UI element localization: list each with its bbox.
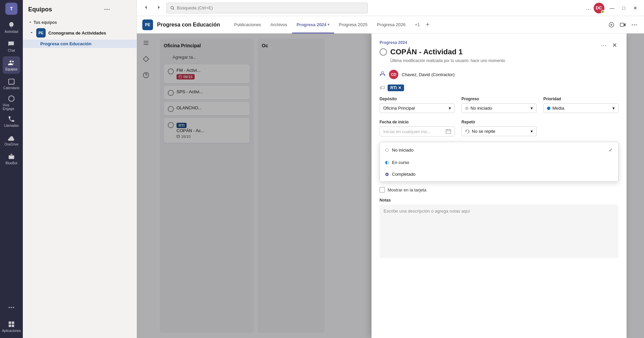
repetir-inner: No se repite xyxy=(465,129,495,134)
user-avatar[interactable]: DC xyxy=(594,3,604,13)
task-notes-section: Notas Escribe una descripción o agrega n… xyxy=(371,198,627,264)
video-button[interactable] xyxy=(618,20,627,29)
team-avatar-cronograma: PE xyxy=(36,28,46,38)
task-detail-title: COPÁN - Actividad 1 xyxy=(390,48,463,56)
close-button[interactable]: ✕ xyxy=(631,4,640,12)
channel-item-progresa[interactable]: Progresa con Educación xyxy=(23,40,137,48)
svg-point-9 xyxy=(11,307,12,308)
svg-rect-5 xyxy=(9,155,14,159)
repetir-value: No se repite xyxy=(472,129,495,134)
no-iniciado-dot xyxy=(385,149,389,152)
task-detail-close-button[interactable]: ✕ xyxy=(611,40,618,50)
top-bar: ... DC — □ ✕ xyxy=(137,0,644,16)
add-tab-button[interactable]: + xyxy=(425,20,431,30)
progreso-value: No iniciado xyxy=(470,106,492,111)
team-name-cronograma: Cronograma de Actividades xyxy=(48,31,106,36)
svg-point-23 xyxy=(636,24,637,25)
sidebar-label-bluebot: BlueBot xyxy=(5,161,17,165)
sidebar-item-actividad[interactable]: Actividad xyxy=(3,19,20,36)
prioridad-select-inner: Media xyxy=(547,106,564,111)
tab-progresa2025[interactable]: Progresa 2025 xyxy=(334,16,372,34)
sidebar-item-chat[interactable]: Chat xyxy=(3,38,20,55)
svg-point-2 xyxy=(10,61,12,63)
fecha-placeholder: Iniciar en cualquier mo... xyxy=(383,129,431,134)
sidebar-item-onedrive[interactable]: OneDrive xyxy=(3,131,20,149)
sidebar-item-bluebot[interactable]: BlueBot xyxy=(3,150,20,168)
dropdown-item-no-iniciado[interactable]: No iniciado ✓ xyxy=(380,144,618,157)
left-panel: Equipos Tus equipos PE Cronograma de Act… xyxy=(23,0,137,338)
channel-more-button[interactable] xyxy=(630,20,639,29)
dropdown-item-en-curso[interactable]: En curso xyxy=(380,157,618,168)
search-bar[interactable] xyxy=(166,3,368,13)
left-panel-title: Equipos xyxy=(28,6,52,13)
sidebar-item-apps[interactable]: Aplicaciones xyxy=(3,318,20,335)
tab-plus1[interactable]: +1 xyxy=(410,16,425,34)
settings-dots[interactable]: ... xyxy=(586,4,591,11)
progreso-select[interactable]: No iniciado ▾ xyxy=(461,103,537,113)
minimize-button[interactable]: — xyxy=(607,4,617,12)
no-iniciado-label: No iniciado xyxy=(392,148,413,153)
tus-equipos-label[interactable]: Tus equipos xyxy=(23,19,137,26)
task-status-circle[interactable] xyxy=(380,48,387,56)
fecha-input[interactable]: Iniciar en cualquier mo... xyxy=(380,126,455,136)
teams-filter-button[interactable] xyxy=(113,5,121,13)
completado-label: Completado xyxy=(392,172,415,177)
nav-back-button[interactable] xyxy=(141,3,151,13)
deposito-label: Depósito xyxy=(380,97,455,101)
top-bar-right: ... DC — □ ✕ xyxy=(586,3,640,13)
fecha-label: Fecha de inicio xyxy=(380,120,455,124)
maximize-button[interactable]: □ xyxy=(620,4,628,12)
repetir-field: Repetir No se repite ▾ xyxy=(461,120,537,136)
main-content: ... DC — □ ✕ PE Progresa con Educación P… xyxy=(137,0,644,338)
team-item-cronograma[interactable]: PE Cronograma de Actividades xyxy=(23,26,137,40)
task-title-row: COPÁN - Actividad 1 xyxy=(380,48,505,56)
tag-remove-button[interactable]: ✕ xyxy=(398,86,401,90)
left-panel-actions xyxy=(103,5,131,13)
search-input[interactable] xyxy=(177,5,364,10)
notes-area[interactable]: Escribe una descripción o agrega notas a… xyxy=(380,205,618,258)
app-logo[interactable]: T xyxy=(5,3,17,15)
channel-tabs: Publicaciones Archivos Progresa 2024 ▾ P… xyxy=(230,16,431,34)
sidebar-item-llamadas[interactable]: Llamadas xyxy=(3,113,20,130)
sidebar-item-more[interactable] xyxy=(3,299,20,317)
tab-progresa2026[interactable]: Progresa 2026 xyxy=(372,16,410,34)
show-card-label: Mostrar en la tarjeta xyxy=(388,187,427,192)
meet-button[interactable] xyxy=(607,20,616,29)
tag-pill[interactable]: RTI ✕ xyxy=(388,84,404,91)
nav-forward-button[interactable] xyxy=(154,3,164,13)
progreso-field: Progreso No iniciado ▾ xyxy=(461,97,537,113)
teams-more-button[interactable] xyxy=(103,5,111,13)
prioridad-value: Media xyxy=(552,106,564,111)
prioridad-chevron-icon: ▾ xyxy=(612,106,615,111)
tab-publicaciones[interactable]: Publicaciones xyxy=(230,16,266,34)
sidebar-item-calendario[interactable]: Calendario xyxy=(3,75,20,93)
dropdown-item-completado[interactable]: Completado xyxy=(380,168,618,180)
sidebar-item-equipos[interactable]: Equipos xyxy=(3,56,20,74)
channel-header: PE Progresa con Educación Publicaciones … xyxy=(137,16,644,34)
task-assignee-row: CD Chavez, David (Contractor) xyxy=(371,64,627,84)
task-detail-close-row: ⋯ ✕ xyxy=(599,40,618,50)
sidebar-label-viva: Viva Engage xyxy=(3,103,20,111)
tab-progresa2024[interactable]: Progresa 2024 ▾ xyxy=(292,16,334,34)
show-card-row: Mostrar en la tarjeta xyxy=(371,187,627,192)
svg-point-28 xyxy=(380,74,381,75)
task-detail-more-button[interactable]: ⋯ xyxy=(599,40,608,50)
task-detail-fields: Depósito Oficina Principal ▾ Progreso No… xyxy=(371,97,627,142)
deposito-select[interactable]: Oficina Principal ▾ xyxy=(380,103,455,113)
deposito-field: Depósito Oficina Principal ▾ xyxy=(380,97,455,113)
fecha-field: Fecha de inicio Iniciar en cualquier mo.… xyxy=(380,120,455,136)
sidebar-label-onedrive: OneDrive xyxy=(4,143,18,146)
show-card-checkbox[interactable] xyxy=(380,187,385,192)
sidebar-item-viva[interactable]: Viva Engage xyxy=(3,94,20,111)
prioridad-select[interactable]: Media ▾ xyxy=(543,103,618,113)
svg-rect-11 xyxy=(9,322,11,324)
prioridad-field: Prioridad Media ▾ xyxy=(543,97,618,113)
teams-add-button[interactable] xyxy=(123,5,131,13)
deposito-chevron-icon: ▾ xyxy=(449,106,451,111)
tab-archivos[interactable]: Archivos xyxy=(266,16,292,34)
svg-rect-12 xyxy=(12,322,14,324)
repetir-select[interactable]: No se repite ▾ xyxy=(461,126,537,136)
task-tags-row: 🏷 RTI ✕ xyxy=(371,84,627,97)
progreso-label: Progreso xyxy=(461,97,537,101)
svg-rect-13 xyxy=(9,325,11,327)
